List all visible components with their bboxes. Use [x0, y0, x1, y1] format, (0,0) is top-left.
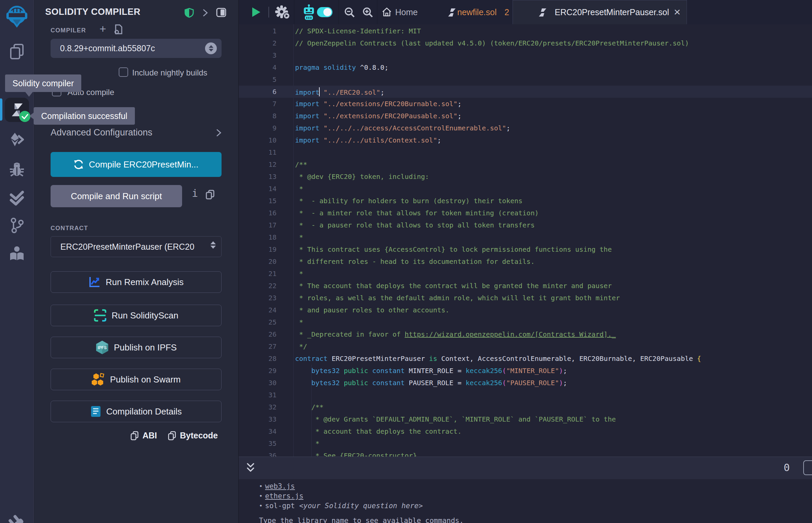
terminal-scroll-button[interactable]: [803, 460, 812, 475]
refresh-icon: [73, 159, 84, 169]
code-line: 8import "../extensions/ERC20Pausable.sol…: [239, 110, 812, 122]
deploy-run-icon[interactable]: [0, 132, 34, 147]
compile-and-run-label: Compile and Run script: [71, 191, 162, 201]
zoom-out-icon[interactable]: [344, 7, 355, 20]
tab-newfile[interactable]: newfile.sol: [457, 0, 497, 24]
learneth-icon[interactable]: [0, 246, 34, 262]
terminal-link-web3.js[interactable]: web3.js: [265, 482, 295, 490]
compile-and-run-button[interactable]: Compile and Run script: [51, 185, 182, 207]
code-line: 26 * _Deprecated in favor of https://wiz…: [239, 328, 812, 340]
line-number: 23: [239, 294, 277, 302]
line-number: 12: [239, 160, 277, 168]
compile-button[interactable]: Compile ERC20PresetMin...: [51, 152, 222, 177]
copy-bytecode-button[interactable]: Bytecode: [167, 431, 218, 440]
code-line: 23 * roles, as well as the default admin…: [239, 292, 812, 304]
line-number: 4: [239, 64, 277, 71]
line-number: 10: [239, 136, 277, 144]
compiler-version-select[interactable]: 0.8.29+commit.ab55807c: [51, 39, 222, 58]
editor-area: Home newfile.sol 2 ERC20PresetMinterPaus…: [239, 0, 812, 523]
code-line: 17 * - a pauser role that allows to stop…: [239, 219, 812, 231]
compiler-config-file-icon[interactable]: [113, 24, 123, 36]
active-plugin-indicator: [0, 98, 2, 121]
svg-text:IPFS: IPFS: [98, 345, 107, 350]
select-spinner-icon: [205, 42, 217, 54]
bullet: •: [259, 483, 265, 490]
ai-robot-icon[interactable]: [302, 4, 316, 22]
publish-on-swarm-button[interactable]: Publish on Swarm: [51, 369, 222, 390]
unit-testing-icon[interactable]: [0, 191, 34, 206]
compilation-success-badge: [19, 111, 30, 122]
terminal: 0 •web3.js•ethers.js•sol-gpt <your Solid…: [239, 457, 812, 523]
terminal-content[interactable]: •web3.js•ethers.js•sol-gpt <your Solidit…: [239, 479, 812, 523]
line-number: 16: [239, 209, 277, 217]
terminal-link-ethers.js[interactable]: ethers.js: [265, 492, 303, 500]
code-editor[interactable]: 1// SPDX-License-Identifier: MIT2// Open…: [239, 24, 812, 457]
publish-on-ipfs-button[interactable]: IPFS Publish on IPFS: [51, 337, 222, 358]
pin-panel-icon[interactable]: [216, 8, 226, 19]
details-document-icon: [90, 405, 101, 417]
code-line: 19 * This contract uses {AccessControl} …: [239, 243, 812, 255]
run-remix-analysis-button[interactable]: Run Remix Analysis: [51, 271, 222, 293]
line-number: 13: [239, 173, 277, 181]
file-explorer-icon[interactable]: [0, 43, 34, 61]
remix-ide: SOLIDITY COMPILER COMPILER + 0.8.29: [0, 0, 812, 523]
code-line: 4pragma solidity ^0.8.0;: [239, 61, 812, 73]
line-number: 29: [239, 367, 277, 375]
code-line: 22 * The account that deploys the contra…: [239, 280, 812, 292]
copy-script-icon[interactable]: [205, 190, 215, 201]
tab-home[interactable]: Home: [395, 0, 418, 24]
line-number: 35: [239, 439, 277, 448]
terminal-toolbar: 0: [239, 457, 812, 479]
script-config-gear-icon[interactable]: [275, 5, 290, 21]
git-icon[interactable]: [0, 218, 34, 233]
code-line: 11: [239, 146, 812, 158]
solidity-file-icon: [539, 8, 547, 17]
tab-erc20presetminterpauser[interactable]: ERC20PresetMinterPauser.sol ×: [513, 0, 687, 24]
code-line: 24 * and pauser roles to other accounts.: [239, 304, 812, 316]
home-icon[interactable]: [382, 7, 392, 19]
line-number: 9: [239, 124, 277, 132]
chevron-right-icon[interactable]: [203, 9, 208, 18]
panel-title: SOLIDITY COMPILER: [45, 7, 141, 17]
debugger-icon[interactable]: [0, 162, 34, 177]
nightly-builds-checkbox[interactable]: [119, 67, 128, 77]
line-number: 27: [239, 342, 277, 350]
code-line: 18 *: [239, 231, 812, 243]
line-number: 36: [239, 452, 277, 457]
tooltip-solidity-compiler: Solidity compiler: [5, 74, 81, 92]
compilation-details-button[interactable]: Compilation Details: [51, 401, 222, 422]
contract-section-label: CONTRACT: [51, 225, 88, 232]
plugin-manager-icon[interactable]: [0, 513, 34, 523]
expand-terminal-icon[interactable]: [246, 462, 255, 475]
separator: [338, 0, 339, 24]
abi-bytecode-row: ABI Bytecode: [34, 431, 239, 440]
code-line: 3: [239, 49, 812, 61]
code-line: 29 bytes32 public constant MINTER_ROLE =…: [239, 365, 812, 377]
add-compiler-icon[interactable]: +: [100, 22, 106, 35]
info-icon[interactable]: i: [192, 187, 198, 199]
run-solidityscan-button[interactable]: Run SolidityScan: [51, 305, 222, 326]
publish-on-swarm-label: Publish on Swarm: [110, 374, 181, 385]
terminal-listen-count: 0: [784, 462, 790, 473]
shield-icon[interactable]: [184, 8, 194, 19]
remix-logo[interactable]: [0, 4, 34, 29]
advanced-configurations-toggle[interactable]: Advanced Configurations: [51, 127, 222, 138]
line-number: 25: [239, 318, 277, 326]
copy-abi-button[interactable]: ABI: [130, 431, 157, 440]
code-line: 14 *: [239, 183, 812, 195]
line-number: 7: [239, 100, 277, 108]
close-tab-icon[interactable]: ×: [674, 5, 681, 19]
ai-copilot-toggle[interactable]: [317, 7, 333, 17]
code-line: 25 *: [239, 316, 812, 328]
code-line: 28contract ERC20PresetMinterPauser is Co…: [239, 353, 812, 365]
chevron-right-icon: [216, 129, 222, 137]
bytecode-label: Bytecode: [180, 431, 218, 440]
run-script-play-button[interactable]: [252, 7, 260, 17]
terminal-command-hint: <your Solidity question here>: [295, 502, 423, 510]
terminal-entry: •ethers.js: [259, 491, 812, 501]
line-number: 8: [239, 112, 277, 120]
publish-on-ipfs-label: Publish on IPFS: [114, 342, 177, 353]
line-number: 33: [239, 415, 277, 423]
contract-select[interactable]: ERC20PresetMinterPauser (ERC20: [51, 236, 222, 257]
zoom-in-icon[interactable]: [362, 7, 374, 20]
